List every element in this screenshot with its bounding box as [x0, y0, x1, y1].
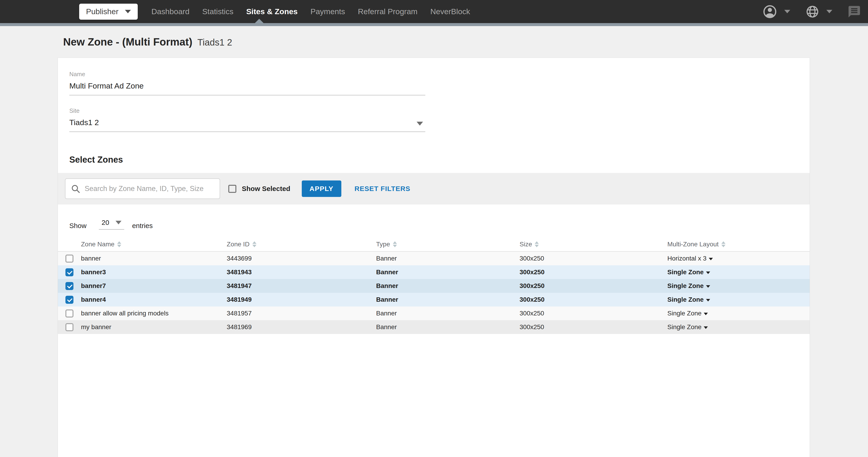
column-header[interactable]: Type — [376, 240, 520, 248]
show-selected-checkbox[interactable] — [228, 185, 236, 193]
account-icon — [762, 4, 777, 19]
layout-dropdown[interactable]: Horizontal x 3 — [668, 255, 707, 262]
nav-strip — [0, 23, 868, 26]
cell-size: 300x250 — [520, 323, 668, 331]
show-selected-toggle[interactable]: Show Selected — [228, 185, 290, 193]
cell-type: Banner — [376, 310, 520, 317]
cell-zone-id: 3481957 — [227, 310, 376, 317]
cell-zone-name: my banner — [81, 323, 227, 331]
table-body: banner 3443699 Banner 300x250 Horizontal… — [58, 252, 810, 334]
cell-multi-zone-layout: Single Zone — [668, 282, 810, 290]
zones-table: Zone Name Zone ID Type Size Multi-Zone L… — [58, 237, 810, 334]
layout-dropdown[interactable]: Single Zone — [668, 323, 702, 331]
cell-size: 300x250 — [520, 268, 668, 276]
show-selected-label: Show Selected — [242, 185, 290, 193]
row-checkbox[interactable] — [65, 255, 73, 263]
layout-dropdown[interactable]: Single Zone — [668, 296, 704, 303]
cell-zone-id: 3481969 — [227, 323, 376, 331]
cell-zone-id: 3481949 — [227, 296, 376, 303]
apply-button[interactable]: APPLY — [302, 181, 341, 197]
cell-size: 300x250 — [520, 282, 668, 290]
cell-type: Banner — [376, 323, 520, 331]
cell-size: 300x250 — [520, 255, 668, 262]
chevron-down-icon — [704, 326, 708, 329]
row-checkbox[interactable] — [65, 323, 73, 331]
column-header[interactable]: Multi-Zone Layout — [668, 240, 810, 248]
cell-zone-id: 3481943 — [227, 268, 376, 276]
zone-search[interactable] — [65, 178, 220, 199]
entries-per-page-select[interactable]: 20 — [99, 219, 124, 230]
page-title: New Zone - (Multi Format)Tiads1 2 — [63, 36, 868, 48]
name-label: Name — [69, 71, 425, 78]
nav-right — [762, 4, 868, 19]
new-zone-card: Name Site Tiads1 2 Select Zones — [58, 58, 810, 457]
sort-icon — [252, 241, 256, 247]
entries-control: Show 20 entries — [69, 219, 810, 230]
cell-type: Banner — [376, 268, 520, 276]
column-header[interactable]: Zone ID — [227, 240, 376, 248]
entries-count: 20 — [101, 219, 109, 226]
cell-multi-zone-layout: Single Zone — [668, 296, 810, 303]
layout-dropdown[interactable]: Single Zone — [668, 310, 702, 317]
sort-icon — [393, 241, 397, 247]
sort-icon — [721, 241, 725, 247]
entries-label: entries — [132, 222, 153, 230]
row-checkbox[interactable] — [65, 268, 73, 276]
cell-type: Banner — [376, 296, 520, 303]
chevron-down-icon — [784, 10, 790, 13]
chevron-down-icon — [416, 122, 423, 126]
page-title-suffix: Tiads1 2 — [197, 37, 232, 47]
layout-dropdown[interactable]: Single Zone — [668, 282, 704, 290]
chevron-down-icon — [706, 271, 710, 274]
name-input[interactable] — [69, 81, 425, 90]
table-row[interactable]: banner allow all pricing models 3481957 … — [58, 306, 810, 320]
nav-item[interactable]: Payments — [310, 7, 345, 16]
cell-size: 300x250 — [520, 296, 668, 303]
cell-zone-name: banner4 — [81, 296, 227, 303]
chevron-down-icon — [125, 10, 131, 13]
select-zones-heading: Select Zones — [69, 155, 810, 165]
table-row[interactable]: banner 3443699 Banner 300x250 Horizontal… — [58, 252, 810, 265]
page-body: New Zone - (Multi Format)Tiads1 2 Name S… — [0, 36, 868, 48]
cell-multi-zone-layout: Single Zone — [668, 323, 810, 331]
cell-zone-name: banner7 — [81, 282, 227, 290]
cell-multi-zone-layout: Single Zone — [668, 268, 810, 276]
cell-type: Banner — [376, 255, 520, 262]
layout-dropdown[interactable]: Single Zone — [668, 268, 704, 276]
column-header[interactable]: Size — [520, 240, 668, 248]
nav-item[interactable]: Referral Program — [358, 7, 417, 16]
show-label: Show — [69, 222, 87, 230]
language-menu-button[interactable] — [805, 5, 832, 19]
publisher-menu-button[interactable]: Publisher — [79, 4, 138, 20]
cell-multi-zone-layout: Single Zone — [668, 310, 810, 317]
nav-item[interactable]: Statistics — [202, 7, 234, 16]
site-label: Site — [69, 107, 425, 115]
column-header[interactable]: Zone Name — [81, 240, 227, 248]
chevron-down-icon — [706, 285, 710, 288]
zone-form: Name Site Tiads1 2 — [58, 58, 810, 132]
nav-item[interactable]: Sites & Zones — [246, 7, 298, 16]
nav-item[interactable]: NeverBlock — [430, 7, 470, 16]
site-select-value: Tiads1 2 — [69, 118, 425, 127]
account-menu-button[interactable] — [762, 4, 790, 19]
row-checkbox[interactable] — [65, 282, 73, 290]
cell-multi-zone-layout: Horizontal x 3 — [668, 255, 810, 262]
publisher-label: Publisher — [86, 7, 119, 16]
reset-filters-button[interactable]: RESET FILTERS — [354, 185, 410, 193]
row-checkbox[interactable] — [65, 296, 73, 304]
table-row[interactable]: banner4 3481949 Banner 300x250 Single Zo… — [58, 293, 810, 306]
table-row[interactable]: banner3 3481943 Banner 300x250 Single Zo… — [58, 265, 810, 279]
chat-button[interactable] — [847, 5, 861, 19]
cell-zone-name: banner3 — [81, 268, 227, 276]
row-checkbox[interactable] — [65, 309, 73, 318]
nav-item[interactable]: Dashboard — [151, 7, 189, 16]
chevron-down-icon — [706, 299, 710, 301]
search-icon — [70, 184, 81, 194]
site-field[interactable]: Site Tiads1 2 — [69, 107, 425, 132]
zone-search-input[interactable] — [85, 185, 215, 193]
cell-size: 300x250 — [520, 310, 668, 317]
table-row[interactable]: banner7 3481947 Banner 300x250 Single Zo… — [58, 279, 810, 293]
table-row[interactable]: my banner 3481969 Banner 300x250 Single … — [58, 320, 810, 334]
globe-icon — [805, 5, 819, 19]
cell-zone-name: banner allow all pricing models — [81, 310, 227, 317]
